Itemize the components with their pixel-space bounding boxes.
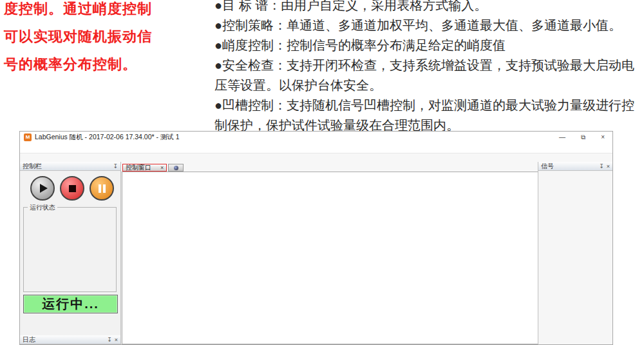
chart-tab-bar: 控制窗口 ×: [122, 163, 539, 172]
log-panel-header: 日志 ↧×: [20, 335, 120, 344]
restore-button[interactable]: ⧉: [581, 133, 585, 141]
transport-buttons: [30, 176, 114, 201]
minimize-button[interactable]: —: [559, 133, 565, 141]
camera-icon: [174, 166, 178, 170]
play-button[interactable]: [30, 176, 55, 201]
control-panel: 控制栏 ↧ 运行状态 运行中... 日志 ↧×: [20, 162, 121, 344]
app-icon: M: [24, 133, 32, 141]
bullet-line-5: 压等设置。以保护台体安全。: [214, 75, 644, 95]
pin-icon[interactable]: ↧: [599, 163, 604, 170]
stop-icon: [69, 185, 76, 192]
play-icon: [40, 184, 48, 193]
running-status-box: 运行中...: [23, 295, 118, 313]
red-line-3: 号的概率分布控制。: [4, 50, 216, 78]
bullet-line-6: ●凹槽控制：支持随机信号凹槽控制，对监测通道的最大试验力量级进行控: [214, 95, 644, 115]
log-panel-title: 日志: [23, 335, 35, 344]
labgenius-window: M LabGenius 随机 - 2017-02-06 17.34.00* - …: [19, 131, 613, 345]
chart-workspace: 控制窗口 ×: [122, 163, 539, 344]
tab-snapshot[interactable]: [168, 164, 184, 172]
red-line-1: 度控制。通过峭度控制: [4, 0, 216, 23]
bullet-line-1: ●目 标 谱：由用户自定义，采用表格方式输入。: [214, 0, 644, 15]
feature-bullet-list: ●目 标 谱：由用户自定义，采用表格方式输入。●控制策略：单通道、多通道加权平均…: [214, 0, 644, 135]
pause-button[interactable]: [90, 176, 114, 201]
charts-container: [122, 172, 539, 344]
pin-icon[interactable]: ↧: [107, 337, 112, 343]
menu-bar: [20, 143, 612, 153]
tab-control-window[interactable]: 控制窗口 ×: [122, 164, 167, 172]
signal-panel-header: 信号 ↧×: [538, 162, 612, 171]
window-title: LabGenius 随机 - 2017-02-06 17.34.00* - 测试…: [35, 133, 180, 142]
tab-close-icon[interactable]: ×: [160, 164, 164, 171]
bullet-line-4: ●安全检查：支持开闭环检查，支持系统增益设置，支持预试验最大启动电: [214, 55, 644, 75]
red-line-2: 可以实现对随机振动信: [4, 23, 216, 50]
close-button[interactable]: ×: [601, 133, 605, 141]
signal-tree: [538, 171, 612, 173]
tab-label: 控制窗口: [126, 163, 151, 172]
signal-panel: 信号 ↧×: [538, 162, 612, 344]
bullet-line-2: ●控制策略：单通道、多通道加权平均、多通道最大值、多通道最小值。: [214, 15, 644, 35]
kurtosis-description-text: 度控制。通过峭度控制 可以实现对随机振动信 号的概率分布控制。: [4, 0, 216, 78]
pin-icon[interactable]: ↧: [113, 163, 118, 170]
control-panel-header: 控制栏 ↧: [20, 162, 120, 171]
close-icon[interactable]: ×: [607, 163, 610, 170]
run-status-title: 运行状态: [28, 203, 57, 212]
signal-panel-title: 信号: [541, 162, 554, 171]
title-bar[interactable]: M LabGenius 随机 - 2017-02-06 17.34.00* - …: [20, 132, 612, 143]
control-panel-title: 控制栏: [23, 162, 42, 171]
close-icon[interactable]: ×: [115, 337, 118, 343]
stop-button[interactable]: [60, 176, 84, 201]
bullet-line-3: ●峭度控制：控制信号的概率分布满足给定的峭度值: [214, 35, 644, 55]
pause-icon: [99, 184, 106, 193]
run-status-group: 运行状态: [23, 207, 117, 292]
window-controls: —⧉×: [559, 133, 609, 141]
